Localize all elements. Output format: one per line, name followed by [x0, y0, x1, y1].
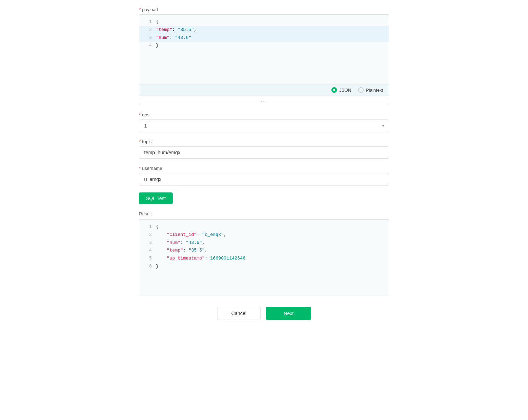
plaintext-radio-option[interactable]: Plaintext: [358, 87, 383, 93]
qos-label-text: qos: [142, 112, 149, 117]
qos-select-wrapper: 0 1 2 ▾: [139, 120, 389, 132]
username-label-text: username: [142, 166, 162, 171]
qos-required-star: *: [139, 112, 141, 117]
payload-label: * payload: [139, 7, 389, 12]
json-radio-label: JSON: [339, 88, 351, 93]
plaintext-radio-label: Plaintext: [366, 88, 383, 93]
sql-test-section: SQL Test: [139, 192, 389, 204]
result-editor: 1 { 2 "client_id": "c_emqx", 3 "hum": "4…: [139, 219, 389, 296]
payload-line-3: 3 "hum": "43.6": [139, 34, 389, 42]
result-line-2: 2 "client_id": "c_emqx",: [139, 231, 389, 239]
payload-section: * payload 1 { 2 "temp": "35.5",: [139, 7, 389, 105]
payload-code-body: 1 { 2 "temp": "35.5", 3 "hum": "43.6": [139, 15, 389, 84]
username-section: * username: [139, 166, 389, 186]
payload-required-star: *: [139, 7, 141, 12]
topic-input[interactable]: [139, 146, 389, 159]
qos-select[interactable]: 0 1 2: [139, 120, 389, 132]
qos-section: * qos 0 1 2 ▾: [139, 112, 389, 132]
username-required-star: *: [139, 166, 141, 171]
result-label: Result: [139, 211, 389, 216]
result-section: Result 1 { 2 "client_id": "c_emqx", 3: [139, 211, 389, 296]
topic-label-text: topic: [142, 139, 151, 144]
json-radio-circle: [331, 87, 337, 93]
next-button[interactable]: Next: [266, 307, 311, 320]
result-line-6: 6 }: [139, 263, 389, 271]
result-line-5: 5 "up_timestamp": 1669091142646: [139, 255, 389, 263]
editor-dots: ...: [139, 96, 389, 105]
result-line-3: 3 "hum": "43.6",: [139, 239, 389, 247]
topic-section: * topic: [139, 139, 389, 159]
result-line-4: 4 "temp": "35.5",: [139, 247, 389, 255]
payload-line-2: 2 "temp": "35.5",: [139, 26, 389, 34]
topic-required-star: *: [139, 139, 141, 144]
main-container: * payload 1 { 2 "temp": "35.5",: [129, 0, 399, 334]
payload-line-1: 1 {: [139, 18, 389, 26]
plaintext-radio-circle: [358, 87, 364, 93]
username-label: * username: [139, 166, 389, 171]
payload-label-text: payload: [142, 7, 158, 12]
payload-editor[interactable]: 1 { 2 "temp": "35.5", 3 "hum": "43.6": [139, 14, 389, 105]
payload-line-4: 4 }: [139, 42, 389, 50]
payload-editor-footer: JSON Plaintext: [139, 84, 389, 96]
qos-label: * qos: [139, 112, 389, 117]
footer-buttons: Cancel Next: [139, 307, 389, 320]
result-line-1: 1 {: [139, 223, 389, 231]
result-editor-body: 1 { 2 "client_id": "c_emqx", 3 "hum": "4…: [139, 220, 389, 296]
json-radio-option[interactable]: JSON: [331, 87, 351, 93]
username-input[interactable]: [139, 173, 389, 186]
cancel-button[interactable]: Cancel: [217, 307, 261, 320]
topic-label: * topic: [139, 139, 389, 144]
sql-test-button[interactable]: SQL Test: [139, 192, 173, 204]
